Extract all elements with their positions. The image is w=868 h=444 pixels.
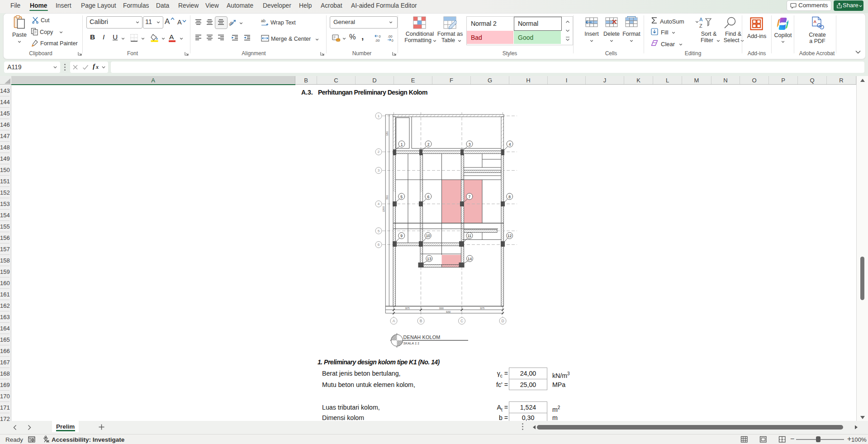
svg-text:12000: 12000 [383, 206, 385, 212]
svg-text:A: A [814, 19, 817, 24]
svg-text:9: 9 [400, 234, 403, 238]
svg-text:3075: 3075 [405, 307, 410, 310]
svg-text:5: 5 [378, 229, 380, 233]
svg-text:0: 0 [392, 38, 394, 42]
svg-text:DENAH KOLOM: DENAH KOLOM [403, 334, 441, 340]
svg-text:13: 13 [427, 257, 432, 261]
svg-text:4: 4 [378, 202, 380, 206]
svg-text:10: 10 [426, 234, 430, 238]
svg-text:3000: 3000 [439, 307, 444, 310]
svg-text:A: A [699, 17, 703, 22]
svg-text:Z: Z [699, 23, 702, 29]
svg-text:12: 12 [508, 234, 512, 238]
svg-text:ab: ab [229, 20, 234, 26]
svg-text:3075: 3075 [480, 307, 485, 310]
svg-text:7: 7 [469, 195, 471, 199]
svg-text:2: 2 [427, 142, 430, 147]
svg-text:6: 6 [427, 195, 429, 199]
svg-text:A: A [393, 319, 395, 323]
svg-text:4: 4 [509, 142, 511, 147]
svg-text:C: C [460, 319, 463, 323]
svg-text:1: 1 [401, 142, 403, 147]
svg-text:6: 6 [378, 243, 380, 247]
svg-text:3: 3 [469, 142, 471, 147]
svg-text:3: 3 [378, 168, 380, 172]
svg-text:D: D [501, 319, 504, 323]
svg-text:3500: 3500 [386, 195, 389, 200]
svg-text:B: B [420, 319, 422, 323]
svg-text:3250: 3250 [386, 131, 389, 136]
svg-text:9150: 9150 [446, 311, 451, 313]
svg-text:ab: ab [261, 19, 266, 23]
svg-text:5: 5 [400, 195, 403, 199]
svg-text:8: 8 [508, 195, 511, 199]
svg-text:14: 14 [468, 257, 472, 261]
svg-text:SKALA 1:1: SKALA 1:1 [403, 342, 420, 345]
svg-text:11: 11 [467, 234, 471, 238]
svg-text:.00: .00 [375, 38, 379, 42]
svg-text:1: 1 [378, 114, 380, 118]
svg-text:2: 2 [378, 150, 380, 154]
